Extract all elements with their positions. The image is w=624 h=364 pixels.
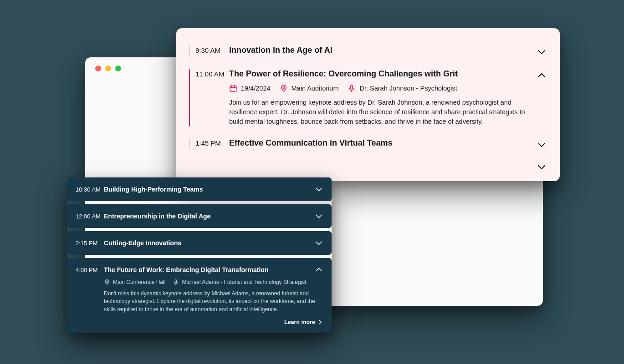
schedule-time: 11:00 AM xyxy=(195,69,229,78)
schedule-item[interactable]: 2:15 PM Cutting-Edge Innovations xyxy=(67,231,332,255)
schedule-location: Main Auditorium xyxy=(292,85,339,92)
schedule-time: 1:45 PM xyxy=(195,138,229,147)
svg-point-7 xyxy=(107,281,108,282)
schedule-description: Join us for an empowering keynote addres… xyxy=(229,98,535,126)
schedule-title: Entrepreneurship in the Digital Age xyxy=(104,212,313,220)
chevron-down-icon[interactable] xyxy=(535,161,547,172)
chevron-down-icon[interactable] xyxy=(535,138,547,150)
schedule-time: 10:30 AM xyxy=(76,186,104,193)
learn-more-label: Learn more xyxy=(284,319,315,325)
schedule-location: Main Conference Hall xyxy=(113,279,165,285)
schedule-title: Innovation in the Age of AI xyxy=(229,46,535,55)
svg-point-4 xyxy=(283,87,285,89)
window-controls xyxy=(95,66,121,71)
schedule-item[interactable]: 10:30 AM Building High-Performing Teams xyxy=(67,177,332,201)
schedule-title: The Future of Work: Embracing Digital Tr… xyxy=(104,266,313,273)
schedule-date: 19/4/2024 xyxy=(241,85,271,92)
learn-more-link[interactable]: Learn more xyxy=(76,319,323,325)
schedule-meta: Main Conference Hall Michael Adams - Fut… xyxy=(104,279,323,285)
chevron-down-icon[interactable] xyxy=(535,46,547,57)
schedule-title: The Power of Resilience: Overcoming Chal… xyxy=(229,69,535,79)
schedule-card-dark: 10:30 AM Building High-Performing Teams … xyxy=(67,177,332,333)
microphone-icon xyxy=(173,279,179,285)
schedule-time: 12:00 AM xyxy=(76,213,104,220)
microphone-icon xyxy=(348,84,356,92)
chevron-up-icon[interactable] xyxy=(535,69,547,81)
chevron-down-icon[interactable] xyxy=(313,238,323,248)
schedule-title: Cutting-Edge Innovations xyxy=(104,239,313,247)
schedule-item[interactable]: 11:00 AM The Power of Resilience: Overco… xyxy=(189,64,547,133)
schedule-item[interactable]: 1:45 PM Effective Communication in Virtu… xyxy=(189,133,547,157)
schedule-description: Don't miss this dynamic keynote address … xyxy=(104,290,323,313)
chevron-down-icon[interactable] xyxy=(313,212,323,221)
schedule-title: Building High-Performing Teams xyxy=(104,186,313,193)
location-pin-icon xyxy=(280,84,288,92)
schedule-time: 4:00 PM xyxy=(76,267,104,273)
svg-rect-0 xyxy=(230,86,236,91)
svg-rect-8 xyxy=(175,280,177,283)
schedule-item[interactable]: 4:00 PM The Future of Work: Embracing Di… xyxy=(67,258,332,333)
schedule-card-light: 9:30 AM Innovation in the Age of AI 11:0… xyxy=(176,28,560,181)
accent-bar xyxy=(189,69,190,126)
schedule-item[interactable]: 9:30 AM Innovation in the Age of AI xyxy=(189,40,547,64)
schedule-speaker: Michael Adams - Futurist and Technology … xyxy=(182,279,306,285)
accent-bar xyxy=(189,138,190,150)
accent-bar xyxy=(189,46,190,57)
minimize-icon[interactable] xyxy=(105,66,111,71)
chevron-up-icon[interactable] xyxy=(313,265,323,274)
chevron-right-icon xyxy=(317,319,323,325)
chevron-down-icon[interactable] xyxy=(313,185,323,194)
schedule-time: 9:30 AM xyxy=(195,46,229,54)
schedule-title: Effective Communication in Virtual Teams xyxy=(229,138,535,148)
schedule-item[interactable] xyxy=(189,157,547,177)
svg-rect-5 xyxy=(351,85,353,89)
maximize-icon[interactable] xyxy=(115,66,121,71)
close-icon[interactable] xyxy=(95,66,101,71)
schedule-speaker: Dr. Sarah Johnson - Psychologist xyxy=(359,85,457,92)
schedule-meta: 19/4/2024 Main Auditorium Dr. Sarah John… xyxy=(229,84,535,92)
calendar-icon xyxy=(229,84,237,92)
schedule-item[interactable]: 12:00 AM Entrepreneurship in the Digital… xyxy=(67,204,332,228)
location-pin-icon xyxy=(104,279,110,285)
schedule-time: 2:15 PM xyxy=(76,240,104,247)
